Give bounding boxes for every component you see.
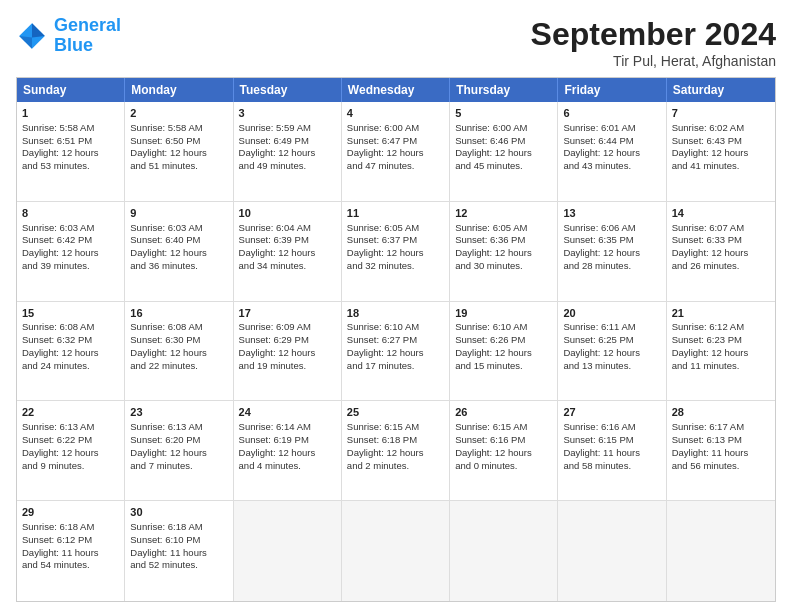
day-29: 29Sunrise: 6:18 AMSunset: 6:12 PMDayligh…	[17, 501, 125, 601]
day-15: 15Sunrise: 6:08 AMSunset: 6:32 PMDayligh…	[17, 302, 125, 401]
day-14: 14Sunrise: 6:07 AMSunset: 6:33 PMDayligh…	[667, 202, 775, 301]
empty-4	[558, 501, 666, 601]
calendar-subtitle: Tir Pul, Herat, Afghanistan	[531, 53, 776, 69]
header-wednesday: Wednesday	[342, 78, 450, 102]
day-30: 30Sunrise: 6:18 AMSunset: 6:10 PMDayligh…	[125, 501, 233, 601]
day-17: 17Sunrise: 6:09 AMSunset: 6:29 PMDayligh…	[234, 302, 342, 401]
header-thursday: Thursday	[450, 78, 558, 102]
logo-icon	[16, 20, 48, 52]
calendar-title: September 2024	[531, 16, 776, 53]
day-13: 13Sunrise: 6:06 AMSunset: 6:35 PMDayligh…	[558, 202, 666, 301]
day-4: 4Sunrise: 6:00 AMSunset: 6:47 PMDaylight…	[342, 102, 450, 201]
day-1: 1Sunrise: 5:58 AMSunset: 6:51 PMDaylight…	[17, 102, 125, 201]
day-27: 27Sunrise: 6:16 AMSunset: 6:15 PMDayligh…	[558, 401, 666, 500]
svg-marker-1	[32, 23, 45, 37]
day-18: 18Sunrise: 6:10 AMSunset: 6:27 PMDayligh…	[342, 302, 450, 401]
day-20: 20Sunrise: 6:11 AMSunset: 6:25 PMDayligh…	[558, 302, 666, 401]
title-block: September 2024 Tir Pul, Herat, Afghanist…	[531, 16, 776, 69]
logo-text: General Blue	[54, 16, 121, 56]
calendar: Sunday Monday Tuesday Wednesday Thursday…	[16, 77, 776, 602]
header-tuesday: Tuesday	[234, 78, 342, 102]
week-row-3: 15Sunrise: 6:08 AMSunset: 6:32 PMDayligh…	[17, 302, 775, 402]
header-saturday: Saturday	[667, 78, 775, 102]
week-row-2: 8Sunrise: 6:03 AMSunset: 6:42 PMDaylight…	[17, 202, 775, 302]
empty-3	[450, 501, 558, 601]
calendar-body: 1Sunrise: 5:58 AMSunset: 6:51 PMDaylight…	[17, 102, 775, 601]
svg-marker-2	[19, 36, 32, 49]
day-5: 5Sunrise: 6:00 AMSunset: 6:46 PMDaylight…	[450, 102, 558, 201]
header: General Blue September 2024 Tir Pul, Her…	[16, 16, 776, 69]
week-row-1: 1Sunrise: 5:58 AMSunset: 6:51 PMDaylight…	[17, 102, 775, 202]
logo-line2: Blue	[54, 35, 93, 55]
day-25: 25Sunrise: 6:15 AMSunset: 6:18 PMDayligh…	[342, 401, 450, 500]
day-2: 2Sunrise: 5:58 AMSunset: 6:50 PMDaylight…	[125, 102, 233, 201]
page: General Blue September 2024 Tir Pul, Her…	[0, 0, 792, 612]
week-row-5: 29Sunrise: 6:18 AMSunset: 6:12 PMDayligh…	[17, 501, 775, 601]
day-26: 26Sunrise: 6:15 AMSunset: 6:16 PMDayligh…	[450, 401, 558, 500]
calendar-header: Sunday Monday Tuesday Wednesday Thursday…	[17, 78, 775, 102]
day-9: 9Sunrise: 6:03 AMSunset: 6:40 PMDaylight…	[125, 202, 233, 301]
week-row-4: 22Sunrise: 6:13 AMSunset: 6:22 PMDayligh…	[17, 401, 775, 501]
day-22: 22Sunrise: 6:13 AMSunset: 6:22 PMDayligh…	[17, 401, 125, 500]
day-12: 12Sunrise: 6:05 AMSunset: 6:36 PMDayligh…	[450, 202, 558, 301]
logo: General Blue	[16, 16, 121, 56]
empty-5	[667, 501, 775, 601]
header-monday: Monday	[125, 78, 233, 102]
empty-2	[342, 501, 450, 601]
day-3: 3Sunrise: 5:59 AMSunset: 6:49 PMDaylight…	[234, 102, 342, 201]
day-11: 11Sunrise: 6:05 AMSunset: 6:37 PMDayligh…	[342, 202, 450, 301]
day-7: 7Sunrise: 6:02 AMSunset: 6:43 PMDaylight…	[667, 102, 775, 201]
day-16: 16Sunrise: 6:08 AMSunset: 6:30 PMDayligh…	[125, 302, 233, 401]
day-19: 19Sunrise: 6:10 AMSunset: 6:26 PMDayligh…	[450, 302, 558, 401]
header-sunday: Sunday	[17, 78, 125, 102]
day-8: 8Sunrise: 6:03 AMSunset: 6:42 PMDaylight…	[17, 202, 125, 301]
day-24: 24Sunrise: 6:14 AMSunset: 6:19 PMDayligh…	[234, 401, 342, 500]
day-21: 21Sunrise: 6:12 AMSunset: 6:23 PMDayligh…	[667, 302, 775, 401]
day-6: 6Sunrise: 6:01 AMSunset: 6:44 PMDaylight…	[558, 102, 666, 201]
header-friday: Friday	[558, 78, 666, 102]
day-28: 28Sunrise: 6:17 AMSunset: 6:13 PMDayligh…	[667, 401, 775, 500]
day-10: 10Sunrise: 6:04 AMSunset: 6:39 PMDayligh…	[234, 202, 342, 301]
day-23: 23Sunrise: 6:13 AMSunset: 6:20 PMDayligh…	[125, 401, 233, 500]
logo-line1: General	[54, 15, 121, 35]
empty-1	[234, 501, 342, 601]
